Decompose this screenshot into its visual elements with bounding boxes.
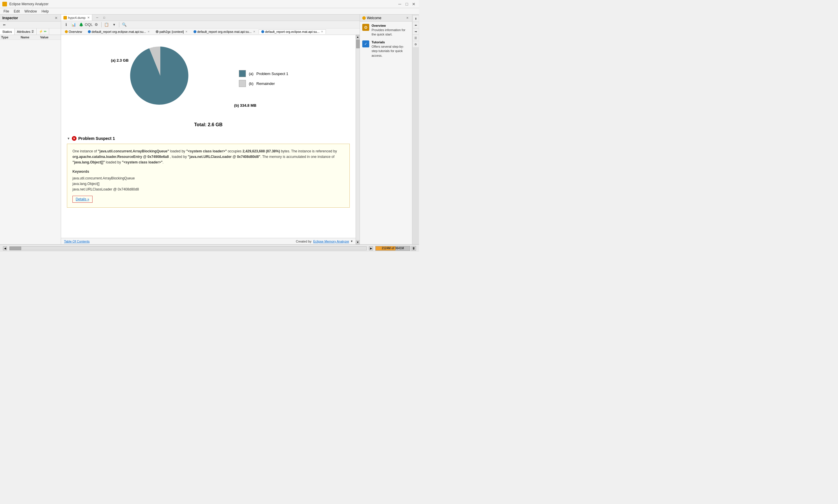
inspector-back-button[interactable]: ⬅ (1, 22, 7, 28)
sidebar-icon-1[interactable]: ⬆ (413, 16, 419, 21)
report2-icon (194, 30, 196, 33)
legend-item-a: (a) Problem Suspect 1 (239, 70, 288, 77)
scroll-up-button[interactable]: ▲ (356, 35, 360, 39)
details-button[interactable]: Details » (72, 196, 92, 203)
tab-dump[interactable]: hypc4.dump ✕ (61, 15, 92, 21)
tab-controls: ─ □ (92, 15, 109, 21)
sidebar-icon-4[interactable]: ☰ (413, 35, 419, 41)
toolbar-search-button[interactable]: 🔍 (121, 21, 127, 28)
legend-color-b (239, 80, 246, 87)
subtab-default-report-3[interactable]: default_report org.eclipse.mat.api:su...… (259, 29, 326, 34)
content-area[interactable]: (a) 2.3 GB (b) 334.8 MB (a) Problem Susp… (61, 35, 356, 238)
right-sidebar: ⬆ ⬅ ➡ ☰ ⚙ (412, 15, 419, 244)
tutorials-welcome-title: Tutorials (372, 40, 410, 44)
welcome-item-tutorials: ✓ Tutorials Offers several step-by-step … (362, 40, 410, 58)
keyword-2: java.lang.Object[] (72, 181, 344, 187)
toolbar-domtree-button[interactable]: 🌲 (78, 21, 84, 28)
menu-bar: File Edit Window Help (0, 8, 419, 15)
toolbar-heap-button[interactable]: ⚙ (93, 21, 100, 28)
toc-link[interactable]: Table Of Contents (64, 240, 90, 243)
pie-label-a: (a) 2.3 GB (111, 58, 129, 62)
inspector-tab: Inspector ✕ (0, 15, 61, 21)
welcome-close-button[interactable]: ✕ (405, 16, 410, 20)
footer-links: Table Of Contents (64, 240, 90, 243)
overview-welcome-desc: Provides information for the quick start… (372, 28, 410, 37)
inspector-tab-statics[interactable]: Statics (0, 29, 15, 35)
inspector-toolbar: ⬅ (0, 21, 61, 29)
toolbar-oql-button[interactable]: OQL (86, 21, 92, 28)
horizontal-scrollbar[interactable] (9, 246, 367, 250)
subtab-4-close[interactable]: ✕ (321, 30, 323, 33)
welcome-item-overview: ⊙ Overview Provides information for the … (362, 24, 410, 37)
sidebar-icon-5[interactable]: ⚙ (413, 41, 419, 47)
collapse-arrow-icon[interactable]: ▼ (67, 137, 70, 140)
menu-edit[interactable]: Edit (11, 9, 22, 14)
loader-name: "<system class loader>" (186, 149, 227, 153)
footer-dropdown-icon[interactable]: ▾ (351, 239, 353, 243)
menu-file[interactable]: File (1, 9, 11, 14)
memory-indicator: 2124M of 3641M 🗑 (375, 246, 416, 251)
minimize-button[interactable]: ─ (397, 1, 403, 7)
maximize-button[interactable]: □ (404, 1, 410, 7)
footer-right: Created by Eclipse Memory Analyzer ▾ (296, 239, 353, 243)
report3-icon (261, 30, 264, 33)
legend-item-b: (b) Remainder (239, 80, 288, 87)
tutorials-welcome-text: Tutorials Offers several step-by-step tu… (372, 40, 410, 58)
memory-bar: 2124M of 3641M (375, 246, 410, 251)
inspector-tab-attributes[interactable]: Attributes 2 (15, 29, 37, 35)
hscroll-thumb[interactable] (10, 247, 21, 250)
hscroll-left-button[interactable]: ◀ (3, 246, 7, 250)
path2gc-icon (156, 30, 159, 33)
toolbar-reports-button[interactable]: 📋 (103, 21, 110, 28)
tab-maximize-button[interactable]: □ (101, 15, 107, 21)
scroll-thumb[interactable] (356, 39, 360, 48)
main-layout: Inspector ✕ ⬅ Statics Attributes 2 ⚡ ✏ T… (0, 15, 419, 244)
welcome-panel: Welcome ✕ ⊙ Overview Provides informatio… (360, 15, 412, 244)
created-by-label: Created by (296, 240, 311, 243)
subtab-default-report-2[interactable]: default_report org.eclipse.mat.api:su...… (191, 29, 258, 34)
menu-window[interactable]: Window (22, 9, 39, 14)
tab-bar: hypc4.dump ✕ ─ □ (61, 15, 360, 21)
subtab-2-close[interactable]: ✕ (185, 30, 188, 33)
tab-minimize-button[interactable]: ─ (94, 15, 101, 21)
inspector-subtabs: Statics Attributes 2 ⚡ ✏ (0, 29, 61, 35)
toolbar-reports-dropdown[interactable]: ▾ (111, 21, 117, 28)
total-label: Total: 2.6 GB (67, 119, 350, 133)
hscroll-right-button[interactable]: ▶ (369, 246, 373, 250)
problem-suspect-section: ▼ ✕ Problem Suspect 1 One instance of "j… (67, 136, 350, 208)
problem-title: Problem Suspect 1 (78, 136, 115, 141)
subtab-default-report-1[interactable]: default_report org.eclipse.mat.api:su...… (85, 29, 153, 34)
legend-key-b: (b) (249, 82, 253, 86)
scroll-track: ▲ ▼ (356, 35, 360, 244)
subtab-overview[interactable]: Overview (62, 29, 85, 34)
chart-legend: (a) Problem Suspect 1 (b) Remainder (239, 70, 288, 87)
close-button[interactable]: ✕ (411, 1, 417, 7)
subtab-3-close[interactable]: ✕ (253, 30, 255, 33)
dump-icon (64, 16, 67, 19)
inspector-panel: Inspector ✕ ⬅ Statics Attributes 2 ⚡ ✏ T… (0, 15, 61, 244)
subtab-1-close[interactable]: ✕ (147, 30, 150, 33)
overview-icon (65, 30, 68, 33)
app-title: Eclipse Memory Analyzer (9, 2, 395, 6)
inspector-close-button[interactable]: ✕ (54, 16, 58, 20)
welcome-content: ⊙ Overview Provides information for the … (360, 21, 412, 244)
subtab-path2gc[interactable]: path2gc [context] ✕ (153, 29, 190, 34)
keyword-3: java.net.URLClassLoader @ 0x7408d80d8 (72, 187, 344, 192)
chart-section: (a) 2.3 GB (b) 334.8 MB (a) Problem Susp… (67, 38, 350, 119)
inspector-tab-extra[interactable]: ⚡ ✏ (37, 29, 49, 35)
problem-box: One instance of "java.util.concurrent.Ar… (67, 144, 350, 208)
scroll-down-button[interactable]: ▼ (356, 240, 360, 244)
sidebar-icon-2[interactable]: ⬅ (413, 22, 419, 28)
toolbar-histogram-button[interactable]: 📊 (70, 21, 77, 28)
toolbar-info-button[interactable]: ℹ (63, 21, 69, 28)
tutorials-welcome-desc: Offers several step-by-step tutorials fo… (372, 44, 410, 58)
pie-chart (128, 43, 192, 108)
gc-button[interactable]: 🗑 (411, 246, 416, 251)
menu-help[interactable]: Help (39, 9, 51, 14)
legend-color-a (239, 70, 246, 77)
sidebar-icon-3[interactable]: ➡ (413, 29, 419, 34)
toolbar-sep-2 (119, 22, 119, 27)
tab-dump-close[interactable]: ✕ (87, 16, 90, 19)
created-by-link[interactable]: Eclipse Memory Analyzer (314, 240, 350, 243)
reference-entry: org.apache.catalina.loader.ResourceEntry… (72, 155, 169, 159)
